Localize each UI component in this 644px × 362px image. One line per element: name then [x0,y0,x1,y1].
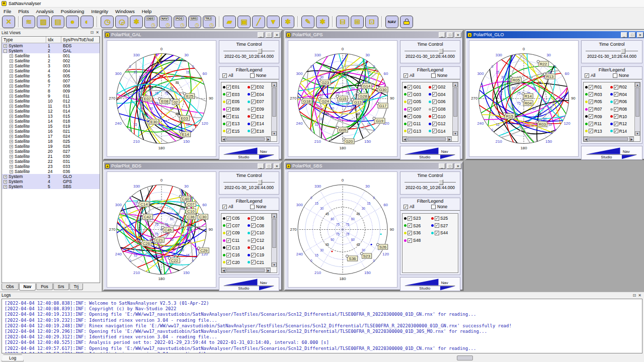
tree-expander-icon[interactable]: + [10,69,13,73]
edit-chart-icon[interactable]: ✎ [301,16,314,28]
line-chart-icon[interactable]: ╱ [252,16,265,28]
legend-checkbox[interactable]: ✓ [251,216,256,221]
legend-item-e04[interactable]: ✓E04 [247,91,271,99]
legend-checkbox[interactable]: ✓ [589,85,593,89]
time-slider-handle[interactable] [621,48,625,54]
legend-item-r08[interactable]: ✓R08 [609,106,634,113]
legend-checkbox[interactable]: ✓ [251,231,256,235]
legend-item-g14[interactable]: ✓G14 [428,128,452,135]
elevation-plot-icon[interactable]: ◐ [80,16,94,28]
tree-expander-icon[interactable]: + [10,95,13,98]
window-titlebar[interactable]: ✱PolarPlot_GLO_□✕ [466,31,644,38]
process-gear-icon[interactable]: ✱ [316,16,329,28]
legend-item-g10[interactable]: ✓G10 [428,113,452,120]
filter-none-option[interactable]: None [250,204,276,209]
tile-windows-icon[interactable]: ⊞ [351,16,364,28]
filter-all-option[interactable]: ✓All [222,73,248,78]
scroll-left-icon[interactable]: ◀ [403,137,407,141]
table-row[interactable]: −System2GAL [2,48,100,53]
scroll-right-icon[interactable]: ▶ [266,268,271,273]
table-row[interactable]: +Satellite17024 [2,134,100,139]
tab-obs[interactable]: Obs [2,284,19,290]
filter-all-option[interactable]: ✓All [404,73,429,78]
maximize-button[interactable]: □ [266,32,272,38]
skyplot-icon[interactable]: ≋ [22,16,35,28]
scroll-down-icon[interactable]: ▼ [272,131,277,136]
nav-time-icon[interactable]: NAV◷ [159,16,172,28]
legend-checkbox[interactable]: ✓ [251,92,256,97]
column-header-val[interactable]: Sys/Prn/ToE/Iod [61,37,100,43]
filter-none-option[interactable]: None [250,73,276,78]
table-row[interactable]: +System3GLO [2,174,100,179]
legend-item-c12[interactable]: ✓C12 [247,237,271,244]
legend-item-e18[interactable]: ✓E18 [247,128,271,135]
table-row[interactable]: +System4GPS [2,179,100,184]
tree-expander-icon[interactable]: + [10,64,13,68]
legend-checkbox[interactable]: ✓ [432,129,437,133]
legend-item-e14[interactable]: ✓E14 [247,120,271,128]
table-row[interactable]: +Satellite16021 [2,129,100,134]
hscroll-thumb[interactable] [226,137,265,141]
legend-item-g12[interactable]: ✓G12 [428,120,452,128]
minimize-button[interactable]: _ [258,163,264,169]
tree-expander-icon[interactable]: + [10,59,13,63]
column-header-idx[interactable]: Idx [46,37,61,43]
all-checkbox[interactable]: ✓ [404,205,408,209]
tree-expander-icon[interactable]: + [4,44,7,48]
legend-checkbox[interactable]: ✓ [226,253,231,257]
tree-expander-icon[interactable]: + [10,105,13,108]
tree-expander-icon[interactable]: + [10,130,13,133]
legend-checkbox[interactable]: ✓ [226,92,231,97]
close-button[interactable]: ✕ [274,163,280,169]
legend-item-g06[interactable]: ✓G06 [428,98,452,106]
legend-checkbox[interactable]: ✓ [432,100,437,104]
arrange-windows-icon[interactable]: ⊡ [365,16,378,28]
legend-item-c21[interactable]: ✓C21 [247,259,271,266]
legend-hscrollbar[interactable]: ◀▶ [221,267,271,273]
map-plot-icon[interactable]: ▤ [51,16,64,28]
close-all-plots-icon[interactable]: ✕ [2,16,15,28]
legend-checkbox[interactable]: ✓ [589,129,593,133]
tree-expander-icon[interactable]: + [4,185,7,189]
legend-item-r01[interactable]: ✓R01 [584,83,609,91]
srs-time-icon[interactable]: SRS◷ [188,16,201,28]
legend-vscrollbar[interactable]: ▲▼ [271,82,277,136]
table-row[interactable]: +Satellite14018 [2,119,100,124]
legend-checkbox[interactable]: ✓ [614,114,618,119]
tree-expander-icon[interactable]: − [4,49,7,53]
legend-item-r11[interactable]: ✓R11 [584,120,609,128]
legend-checkbox[interactable]: ✓ [589,114,593,119]
legend-checkbox[interactable]: ✓ [251,114,256,119]
panel-close-icon[interactable]: ✕ [95,30,100,35]
legend-item-s48[interactable]: ✓S48 [403,237,430,244]
close-button[interactable]: ✕ [455,32,461,38]
legend-checkbox[interactable]: ✓ [614,107,618,112]
legend-checkbox[interactable]: ✓ [589,100,593,104]
scroll-right-icon[interactable]: ▶ [266,137,271,141]
scroll-up-icon[interactable]: ▲ [635,82,640,87]
open-file-icon[interactable]: ▰ [223,16,236,28]
nav-mode-button[interactable]: NAV [385,16,398,28]
tree-expander-icon[interactable]: + [10,110,13,113]
legend-item-r10[interactable]: ✓R10 [609,113,634,120]
legend-item-c09[interactable]: ✓C09 [222,229,247,237]
legend-item-s27[interactable]: ✓S27 [430,222,457,230]
legend-hscrollbar[interactable]: ◀▶ [584,136,634,141]
legend-vscrollbar[interactable]: ▲▼ [271,214,277,267]
tab-trj[interactable]: Trj [69,284,84,290]
legend-checkbox[interactable]: ✓ [226,216,231,221]
time-control-icon[interactable]: ◷ [101,16,114,28]
tree-expander-icon[interactable]: + [10,120,13,123]
tree-expander-icon[interactable]: + [10,100,13,103]
legend-checkbox[interactable]: ✓ [251,245,256,250]
legend-checkbox[interactable]: ✓ [408,114,412,119]
legend-checkbox[interactable]: ✓ [435,216,439,221]
pos-time-icon[interactable]: POS◷ [174,16,187,28]
legend-checkbox[interactable]: ✓ [408,92,412,97]
legend-item-e01[interactable]: ✓E01 [222,83,247,91]
legend-item-r12[interactable]: ✓R12 [609,120,634,128]
legend-item-g07[interactable]: ✓G07 [403,106,428,113]
table-row[interactable]: +Satellite9011 [2,94,100,99]
minimize-button[interactable]: _ [621,32,627,38]
maximize-button[interactable]: □ [447,32,453,38]
